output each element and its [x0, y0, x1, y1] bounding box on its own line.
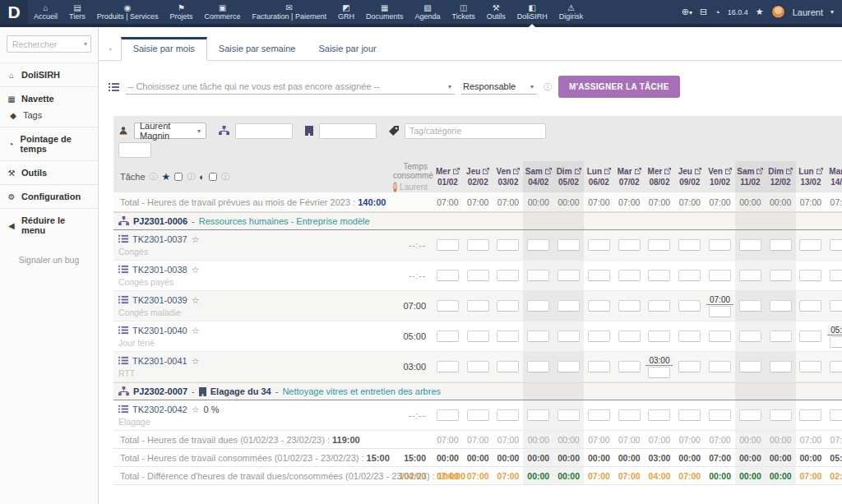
time-entry-input[interactable] [648, 239, 670, 251]
time-entry-input[interactable] [527, 300, 549, 312]
task-ref-link[interactable]: TK2301-0037 [132, 234, 187, 245]
time-entry-input[interactable] [830, 336, 842, 348]
task-ref-link[interactable]: TK2302-0042 [132, 404, 187, 415]
time-entry-input[interactable] [497, 300, 519, 312]
time-entry-input[interactable] [830, 239, 842, 251]
nav-item-agenda[interactable]: ▧Agenda [409, 0, 446, 24]
day-column-header[interactable]: Mer01/02 [433, 161, 463, 192]
time-entry-input[interactable] [799, 361, 821, 372]
task-ref-link[interactable]: TK2301-0038 [132, 264, 187, 275]
search-caret-icon[interactable]: ▾ [84, 40, 87, 48]
time-entry-input[interactable] [770, 331, 792, 342]
time-entry-input[interactable] [437, 300, 459, 312]
time-entry-input[interactable] [497, 361, 519, 372]
sidebar-item-réduire-le-menu[interactable]: ◀Réduire le menu [0, 210, 98, 240]
time-entry-input[interactable] [557, 300, 580, 312]
thirdparty-filter-input[interactable] [319, 123, 377, 139]
nav-item-facturation-paiement[interactable]: ✉Facturation | Paiement [247, 0, 332, 24]
day-column-header[interactable]: Dim12/02 [766, 161, 796, 192]
time-entry-input[interactable] [799, 270, 821, 281]
time-entry-input[interactable] [678, 331, 701, 342]
project-filter-input[interactable] [235, 123, 293, 139]
report-bug-link[interactable]: Signaler un bug [0, 255, 98, 265]
assign-task-button[interactable]: M'ASSIGNER LA TÂCHE [558, 76, 680, 98]
time-entry-input[interactable] [739, 300, 761, 312]
day-column-header[interactable]: Mer08/02 [645, 161, 675, 192]
time-entry-input[interactable] [648, 270, 670, 281]
user-avatar[interactable] [771, 5, 785, 19]
time-entry-input[interactable] [588, 270, 610, 281]
time-entry-input[interactable] [830, 300, 842, 312]
time-entry-input[interactable] [557, 331, 580, 342]
user-filter-select[interactable]: Laurent Magnin▾ [134, 123, 206, 139]
task-favorite-star-icon[interactable]: ☆ [192, 234, 200, 245]
nav-item-projets[interactable]: ⚑Projets [164, 0, 199, 24]
nav-item-commerce[interactable]: ▣Commerce [199, 0, 247, 24]
nav-item-digirisk[interactable]: ⚠Digirisk [553, 0, 590, 24]
task-favorite-star-icon[interactable]: ☆ [192, 294, 200, 306]
time-entry-input[interactable] [770, 361, 792, 372]
time-entry-input[interactable] [799, 300, 821, 312]
nav-item-accueil[interactable]: ⌂Accueil [28, 0, 63, 24]
nav-item-grh[interactable]: ◩GRH [332, 0, 360, 24]
sidebar-item-navette[interactable]: ▦Navette [0, 89, 98, 109]
time-entry-input[interactable] [497, 409, 519, 421]
time-entry-input[interactable] [739, 331, 761, 342]
print-icon[interactable]: ⊟ [700, 7, 707, 17]
tab-saisie-par-semaine[interactable]: Saisie par semaine [207, 38, 308, 60]
time-entry-input[interactable] [467, 409, 489, 421]
time-entry-input[interactable] [618, 331, 641, 342]
task-favorite-star-icon[interactable]: ☆ [192, 404, 200, 415]
task-favorite-star-icon[interactable]: ☆ [192, 264, 200, 275]
time-entry-input[interactable] [527, 270, 549, 281]
time-entry-input[interactable] [648, 331, 670, 342]
language-globe-icon[interactable]: ⊕▾ [682, 7, 692, 17]
time-entry-input[interactable] [770, 239, 792, 251]
secondary-filter-input[interactable] [118, 142, 151, 158]
task-ref-link[interactable]: TK2301-0039 [132, 294, 187, 306]
day-column-header[interactable]: Sam04/02 [523, 161, 553, 192]
nav-item-produits-services[interactable]: ◉Produits | Services [91, 0, 164, 24]
time-entry-input[interactable] [467, 270, 489, 281]
time-entry-input[interactable] [527, 409, 549, 421]
day-column-header[interactable]: Sam11/02 [735, 161, 766, 192]
time-entry-input[interactable] [799, 239, 821, 251]
time-entry-input[interactable] [467, 331, 489, 342]
task-ref-link[interactable]: TK2301-0041 [132, 355, 187, 367]
time-entry-input[interactable] [770, 409, 792, 421]
sidebar-item-dolisirh[interactable]: ⌂DoliSIRH [0, 65, 98, 85]
tab-saisie-par-mois[interactable]: Saisie par mois [121, 37, 207, 61]
project-ref[interactable]: PJ2301-0006 [133, 216, 187, 226]
user-name[interactable]: Laurent [793, 7, 823, 17]
time-entry-input[interactable] [618, 239, 641, 251]
task-ref-link[interactable]: TK2301-0040 [132, 325, 187, 336]
time-entry-input[interactable] [678, 300, 701, 312]
time-entry-input[interactable] [618, 270, 641, 281]
time-entry-input[interactable] [770, 300, 792, 312]
time-entry-input[interactable] [739, 361, 761, 372]
time-entry-input[interactable] [739, 239, 761, 251]
nav-item-tiers[interactable]: ▤Tiers [63, 0, 91, 24]
time-entry-input[interactable] [437, 361, 459, 372]
time-entry-input[interactable] [467, 300, 489, 312]
time-entry-input[interactable] [678, 270, 701, 281]
time-entry-input[interactable] [588, 239, 610, 251]
day-column-header[interactable]: Mar07/02 [614, 161, 645, 192]
day-column-header[interactable]: Mar14/02 [826, 161, 842, 192]
day-column-header[interactable]: Ven10/02 [705, 161, 735, 192]
time-entry-input[interactable] [770, 270, 792, 281]
time-entry-input[interactable] [799, 331, 821, 342]
bookmark-star-icon[interactable]: ★ [756, 7, 764, 17]
time-entry-input[interactable] [497, 270, 519, 281]
time-entry-input[interactable] [557, 361, 580, 372]
time-entry-input[interactable] [799, 409, 821, 421]
time-entry-input[interactable] [557, 409, 580, 421]
time-entry-input[interactable] [588, 331, 610, 342]
favorite-filter-checkbox[interactable] [174, 173, 183, 181]
time-entry-input[interactable] [648, 300, 670, 312]
time-entry-input[interactable] [618, 361, 641, 372]
nav-item-outils[interactable]: ⚒Outils [481, 0, 511, 24]
sidebar-item-outils[interactable]: ⚒Outils [0, 163, 98, 183]
day-column-header[interactable]: Jeu09/02 [674, 161, 705, 192]
day-column-header[interactable]: Dim05/02 [553, 161, 584, 192]
